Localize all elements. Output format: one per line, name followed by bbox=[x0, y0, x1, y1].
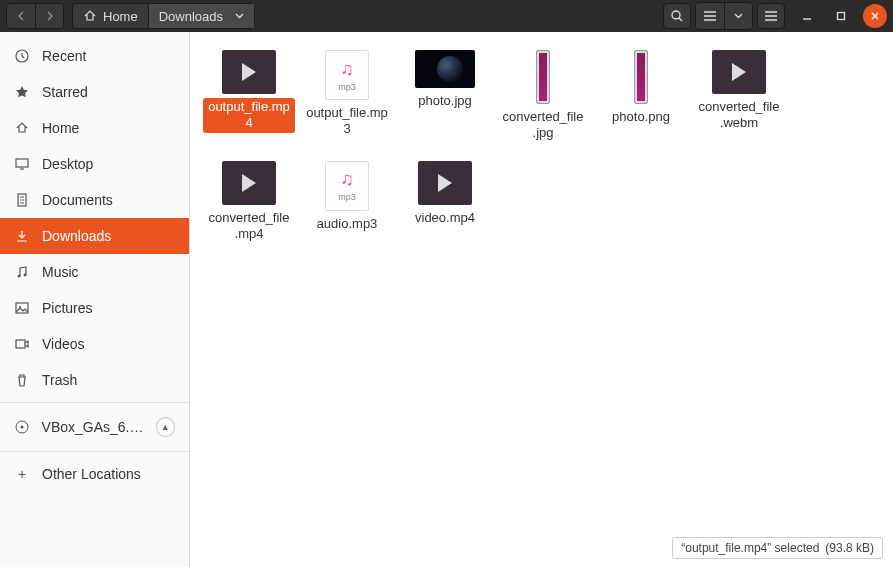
sidebar-item-label: Trash bbox=[42, 372, 77, 388]
sidebar: RecentStarredHomeDesktopDocumentsDownloa… bbox=[0, 32, 190, 567]
sidebar-item-label: Home bbox=[42, 120, 79, 136]
svg-point-5 bbox=[18, 275, 21, 278]
music-icon bbox=[14, 265, 30, 279]
forward-button[interactable] bbox=[35, 4, 63, 28]
sidebar-item-documents[interactable]: Documents bbox=[0, 182, 189, 218]
svg-point-6 bbox=[24, 274, 27, 277]
downloads-icon bbox=[14, 229, 30, 243]
file-item[interactable]: photo.png bbox=[593, 50, 689, 143]
documents-icon bbox=[14, 193, 30, 207]
file-item[interactable]: converted_file.webm bbox=[691, 50, 787, 143]
sidebar-item-clock[interactable]: Recent bbox=[0, 38, 189, 74]
path-bar: Home Downloads bbox=[72, 3, 255, 29]
content-area[interactable]: output_file.mp4♫mp3output_file.mp3photo.… bbox=[190, 32, 893, 567]
file-label: video.mp4 bbox=[411, 209, 479, 227]
file-label: converted_file.jpg bbox=[497, 108, 589, 143]
sidebar-item-downloads[interactable]: Downloads bbox=[0, 218, 189, 254]
svg-rect-7 bbox=[16, 303, 28, 313]
search-button[interactable] bbox=[663, 3, 691, 29]
back-button[interactable] bbox=[7, 4, 35, 28]
sidebar-item-label: Videos bbox=[42, 336, 85, 352]
sidebar-item-label: Documents bbox=[42, 192, 113, 208]
file-label: audio.mp3 bbox=[313, 215, 382, 233]
file-thumb bbox=[418, 161, 472, 205]
statusbar: “output_file.mp4” selected (93.8 kB) bbox=[672, 537, 883, 559]
sidebar-item-label: Starred bbox=[42, 84, 88, 100]
file-label: photo.png bbox=[608, 108, 674, 126]
sidebar-separator bbox=[0, 451, 189, 452]
videos-icon bbox=[14, 337, 30, 351]
file-label: output_file.mp3 bbox=[301, 104, 393, 139]
sidebar-separator bbox=[0, 402, 189, 403]
path-current-label: Downloads bbox=[159, 9, 223, 24]
file-thumb bbox=[634, 50, 648, 104]
svg-point-11 bbox=[20, 426, 23, 429]
music-note-icon: ♫ bbox=[340, 59, 354, 80]
photo-preview bbox=[437, 56, 463, 82]
maximize-button[interactable] bbox=[829, 4, 853, 28]
eject-button[interactable]: ▲ bbox=[156, 417, 176, 437]
clock-icon bbox=[14, 49, 30, 63]
file-label: photo.jpg bbox=[414, 92, 476, 110]
sidebar-item-home[interactable]: Home bbox=[0, 110, 189, 146]
sidebar-item-label: Music bbox=[42, 264, 79, 280]
file-item[interactable]: video.mp4 bbox=[397, 161, 493, 244]
sidebar-item-music[interactable]: Music bbox=[0, 254, 189, 290]
sidebar-item-pictures[interactable]: Pictures bbox=[0, 290, 189, 326]
file-thumb bbox=[222, 161, 276, 205]
path-home-label: Home bbox=[103, 9, 138, 24]
sidebar-item-star[interactable]: Starred bbox=[0, 74, 189, 110]
file-label: converted_file.mp4 bbox=[203, 209, 295, 244]
sidebar-item-label: Desktop bbox=[42, 156, 93, 172]
minimize-button[interactable] bbox=[795, 4, 819, 28]
file-thumb: ♫mp3 bbox=[325, 161, 369, 211]
svg-point-0 bbox=[672, 11, 680, 19]
main: RecentStarredHomeDesktopDocumentsDownloa… bbox=[0, 32, 893, 567]
close-button[interactable] bbox=[863, 4, 887, 28]
status-text: “output_file.mp4” selected bbox=[681, 541, 819, 555]
sidebar-item-desktop[interactable]: Desktop bbox=[0, 146, 189, 182]
pictures-icon bbox=[14, 301, 30, 315]
path-current[interactable]: Downloads bbox=[148, 4, 254, 28]
svg-rect-1 bbox=[838, 13, 845, 20]
trash-icon bbox=[14, 373, 30, 387]
file-thumb bbox=[536, 50, 550, 104]
file-item[interactable]: output_file.mp4 bbox=[201, 50, 297, 143]
file-grid: output_file.mp4♫mp3output_file.mp3photo.… bbox=[190, 32, 893, 279]
music-note-icon: ♫ bbox=[340, 169, 354, 190]
home-icon bbox=[14, 121, 30, 135]
file-item[interactable]: converted_file.mp4 bbox=[201, 161, 297, 244]
file-item[interactable]: ♫mp3output_file.mp3 bbox=[299, 50, 395, 143]
sidebar-mount[interactable]: VBox_GAs_6.… ▲ bbox=[0, 407, 189, 447]
file-item[interactable]: photo.jpg bbox=[397, 50, 493, 143]
file-label: converted_file.webm bbox=[693, 98, 785, 133]
view-options-button[interactable] bbox=[724, 3, 752, 29]
sidebar-item-label: Recent bbox=[42, 48, 86, 64]
list-view-button[interactable] bbox=[696, 3, 724, 29]
sidebar-item-videos[interactable]: Videos bbox=[0, 326, 189, 362]
sidebar-mount-label: VBox_GAs_6.… bbox=[42, 419, 144, 435]
home-icon bbox=[83, 9, 97, 23]
desktop-icon bbox=[14, 157, 30, 171]
path-home[interactable]: Home bbox=[73, 4, 148, 28]
sidebar-other-locations[interactable]: + Other Locations bbox=[0, 456, 189, 492]
disc-icon bbox=[14, 420, 30, 434]
file-thumb: ♫mp3 bbox=[325, 50, 369, 100]
file-ext: mp3 bbox=[338, 192, 356, 202]
chevron-down-icon bbox=[235, 13, 244, 19]
svg-rect-9 bbox=[16, 340, 25, 348]
view-group bbox=[695, 2, 753, 30]
sidebar-item-trash[interactable]: Trash bbox=[0, 362, 189, 398]
file-item[interactable]: ♫mp3audio.mp3 bbox=[299, 161, 395, 244]
file-item[interactable]: converted_file.jpg bbox=[495, 50, 591, 143]
nav-group bbox=[6, 3, 64, 29]
plus-icon: + bbox=[14, 466, 30, 482]
file-ext: mp3 bbox=[338, 82, 356, 92]
sidebar-other-label: Other Locations bbox=[42, 466, 141, 482]
hamburger-menu-button[interactable] bbox=[757, 3, 785, 29]
file-label: output_file.mp4 bbox=[203, 98, 295, 133]
file-thumb bbox=[222, 50, 276, 94]
file-thumb bbox=[712, 50, 766, 94]
svg-rect-3 bbox=[16, 159, 28, 167]
status-size: (93.8 kB) bbox=[825, 541, 874, 555]
